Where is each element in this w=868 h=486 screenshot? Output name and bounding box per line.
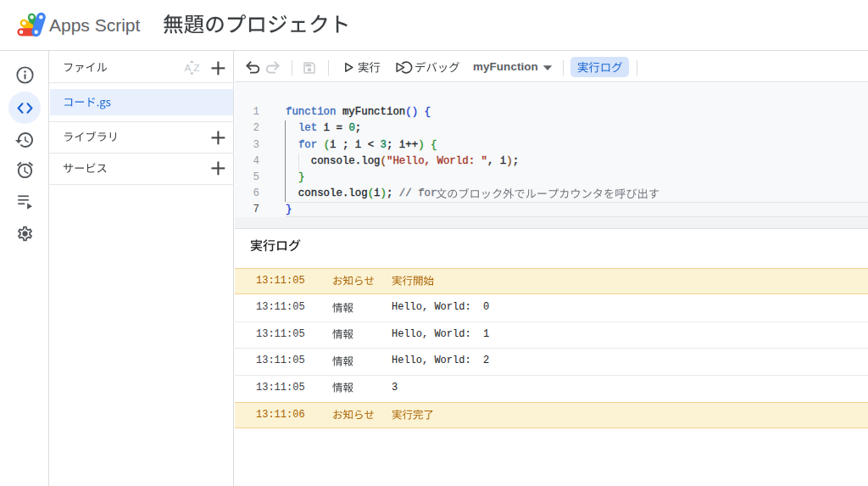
svg-text:Z: Z [193, 62, 199, 74]
svg-text:A: A [185, 62, 192, 74]
